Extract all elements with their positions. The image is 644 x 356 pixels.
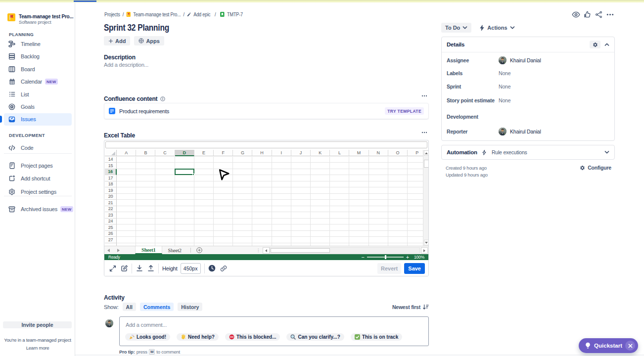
cell-P14[interactable]	[408, 157, 423, 163]
cell-F21[interactable]	[214, 200, 233, 206]
cell-B23[interactable]	[136, 212, 155, 219]
cell-H14[interactable]	[252, 157, 272, 163]
cell-L24[interactable]	[330, 219, 349, 225]
row-header-21[interactable]: 21	[105, 200, 117, 206]
invite-people-button[interactable]: Invite people	[3, 321, 72, 328]
sidebar-item-calendar[interactable]: CalendarNEW	[4, 76, 72, 88]
cell-E19[interactable]	[194, 187, 214, 194]
cell-N26[interactable]	[369, 231, 388, 237]
cell-K21[interactable]	[311, 200, 330, 206]
cell-M22[interactable]	[349, 206, 368, 213]
cell-J19[interactable]	[291, 187, 311, 194]
cell-E25[interactable]	[194, 224, 214, 231]
breadcrumb-projects[interactable]: Projects	[104, 11, 120, 17]
cell-F17[interactable]	[214, 175, 233, 181]
row-header-26[interactable]: 26	[105, 231, 117, 237]
cell-H17[interactable]	[252, 175, 272, 181]
sidebar-item-timeline[interactable]: Timeline	[4, 38, 72, 50]
cell-C19[interactable]	[155, 187, 175, 194]
cell-A20[interactable]	[117, 194, 136, 200]
row-header-22[interactable]: 22	[105, 206, 117, 213]
cell-P15[interactable]	[408, 163, 423, 169]
cell-G23[interactable]	[233, 212, 252, 219]
sidebar-item-code[interactable]: Code	[4, 141, 72, 154]
link-icon[interactable]	[220, 265, 228, 272]
details-gear-button[interactable]	[590, 41, 600, 48]
add-button[interactable]: Add	[104, 36, 130, 45]
cell-G18[interactable]	[233, 181, 252, 188]
cell-A22[interactable]	[117, 206, 136, 213]
cell-C20[interactable]	[155, 194, 175, 200]
cell-E14[interactable]	[194, 157, 214, 163]
row-header-18[interactable]: 18	[105, 181, 117, 188]
confluence-page-title[interactable]: Product requirements	[119, 108, 169, 114]
info-icon[interactable]	[160, 96, 165, 101]
cell-J26[interactable]	[291, 231, 311, 237]
cell-O15[interactable]	[388, 163, 408, 169]
cell-P26[interactable]	[408, 231, 423, 237]
column-header-K[interactable]: K	[311, 150, 330, 156]
cell-K19[interactable]	[311, 187, 330, 194]
cell-C27[interactable]	[155, 237, 175, 243]
cell-M14[interactable]	[349, 157, 368, 163]
cell-D21[interactable]	[175, 200, 194, 206]
cell-K15[interactable]	[311, 163, 330, 169]
cell-B20[interactable]	[136, 194, 155, 200]
cell-C15[interactable]	[155, 163, 175, 169]
cell-G26[interactable]	[233, 231, 252, 237]
cell-E27[interactable]	[194, 237, 214, 243]
sheet-tab-Sheet1[interactable]: Sheet1	[135, 246, 162, 254]
confluence-more-button[interactable]	[421, 95, 427, 97]
field-value[interactable]: None	[499, 84, 510, 89]
apps-button[interactable]: Apps	[134, 36, 164, 45]
field-value[interactable]: Khairul Danial	[499, 56, 541, 64]
cell-J25[interactable]	[291, 224, 311, 231]
sidebar-item-board[interactable]: Board	[4, 63, 72, 75]
cell-P25[interactable]	[408, 224, 423, 231]
quick-reply-block[interactable]: This is blocked...	[225, 333, 280, 341]
cell-H15[interactable]	[252, 163, 272, 169]
cell-J23[interactable]	[291, 212, 311, 219]
row-header-27[interactable]: 27	[105, 237, 117, 243]
sheet-tab-Sheet2[interactable]: Sheet2	[162, 246, 187, 254]
cell-I23[interactable]	[272, 212, 291, 219]
cell-D14[interactable]	[175, 157, 194, 163]
cell-G25[interactable]	[233, 224, 252, 231]
sheet-nav-left[interactable]	[104, 246, 113, 254]
cell-N21[interactable]	[369, 200, 388, 206]
row-header-20[interactable]: 20	[105, 194, 117, 200]
cell-E26[interactable]	[194, 231, 214, 237]
cell-I24[interactable]	[272, 219, 291, 225]
cell-M25[interactable]	[349, 224, 368, 231]
column-header-J[interactable]: J	[291, 150, 311, 156]
revert-button[interactable]: Revert	[377, 263, 401, 274]
cell-N16[interactable]	[369, 169, 388, 176]
hscroll-track[interactable]	[270, 247, 420, 254]
cell-M19[interactable]	[349, 187, 368, 194]
cell-J27[interactable]	[291, 237, 311, 243]
issue-title[interactable]: Sprint 32 Planning	[104, 22, 169, 33]
quickstart-close-button[interactable]	[625, 341, 635, 351]
cell-M21[interactable]	[349, 200, 368, 206]
like-icon[interactable]	[583, 10, 592, 19]
cell-C21[interactable]	[155, 200, 175, 206]
sheet-nav-right[interactable]	[113, 246, 124, 254]
cell-M24[interactable]	[349, 219, 368, 225]
column-header-P[interactable]: P	[408, 150, 423, 156]
cell-A19[interactable]	[117, 187, 136, 194]
cell-F27[interactable]	[214, 237, 233, 243]
cell-F25[interactable]	[214, 224, 233, 231]
sidebar-item-archived-issues[interactable]: Archived issuesNEW	[4, 203, 72, 216]
cell-O24[interactable]	[388, 219, 408, 225]
cell-K22[interactable]	[311, 206, 330, 213]
configure-button[interactable]: Configure	[580, 165, 611, 171]
column-header-B[interactable]: B	[136, 150, 155, 156]
cell-P27[interactable]	[408, 237, 423, 243]
cell-J22[interactable]	[291, 206, 311, 213]
cell-E24[interactable]	[194, 219, 214, 225]
breadcrumb-project[interactable]: Team-manage test Pro...	[133, 11, 181, 17]
learn-more-link[interactable]: Learn more	[0, 345, 75, 351]
cell-N20[interactable]	[369, 194, 388, 200]
column-header-M[interactable]: M	[349, 150, 368, 156]
fill-handle[interactable]	[192, 174, 194, 176]
